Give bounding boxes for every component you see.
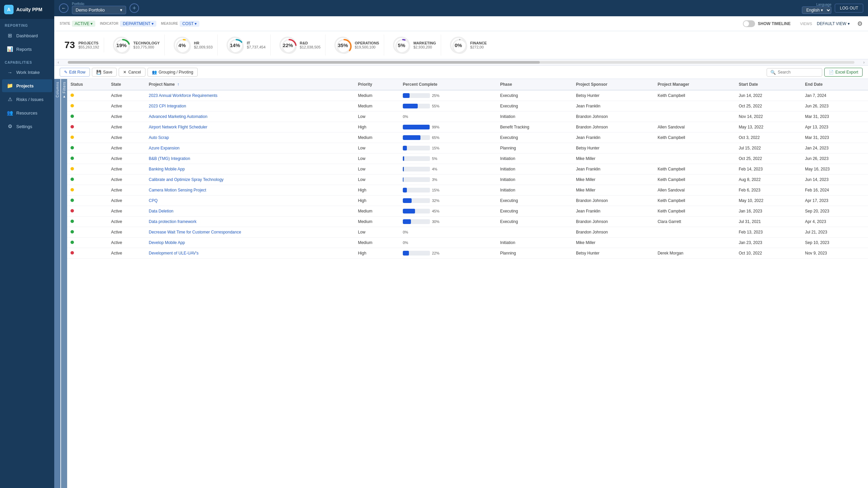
table-row[interactable]: Active CPQ High 32% Executing Brandon Jo… [67,196,868,206]
progress-bar-wrap: 55% [403,104,493,108]
progress-bar-wrap: 22% [403,251,493,256]
metric-it[interactable]: 14% IT $7,737,454 [222,35,271,56]
pct-label: 0% [403,230,408,234]
add-portfolio-button[interactable]: + [130,3,139,13]
cell-name: 2023 CPI Integration [145,101,355,111]
cell-status [67,90,108,101]
language-dropdown[interactable]: English ▾ [802,6,831,14]
cell-status [67,101,108,111]
table-row[interactable]: Active Airport Network Flight Scheduler … [67,122,868,133]
metric-technology[interactable]: 19% TECHNOLOGY $10,775,000 [108,35,165,56]
project-link[interactable]: Development of ULE-UAV's [149,251,199,256]
settings-gear-icon[interactable]: ⚙ [857,20,863,27]
progress-bar-bg [403,167,430,171]
table-row[interactable]: Active Data Deletion Medium 45% Executin… [67,206,868,217]
project-link[interactable]: Airport Network Flight Scheduler [149,125,208,129]
cell-name: Decrease Wait Time for Customer Correspo… [145,227,355,238]
sidebar-item-projects[interactable]: 📁 Projects [2,79,52,92]
table-row[interactable]: Active B&B (TMG) Integration Low 5% Init… [67,154,868,164]
dashboard-icon: ⊞ [7,33,13,39]
table-row[interactable]: Active Camera Motion Sensing Project Hig… [67,185,868,196]
metric-marketing[interactable]: 5% MARKETING $2,930,200 [388,35,441,56]
search-input[interactable] [778,70,818,75]
metric-hr[interactable]: 4% HR $2,009,933 [169,35,218,56]
sidebar-item-settings[interactable]: ⚙ Settings [2,120,52,133]
scroll-right-arrow[interactable]: › [861,60,867,65]
project-link[interactable]: 2023 CPI Integration [149,104,186,108]
pct-label: 99% [432,125,442,129]
cell-priority: Low [355,175,399,185]
cell-manager [654,143,735,154]
cell-phase: Executing [497,101,573,111]
metric-finance[interactable]: 0% FINANCE $272,00 [445,35,492,56]
edit-row-button[interactable]: ✎ Edit Row [60,68,90,77]
state-dropdown[interactable]: ACTIVE ▾ [72,21,95,27]
project-link[interactable]: Calibrate and Optimize Spray Technology [149,177,224,182]
cell-manager [654,101,735,111]
state-label: STATE [60,22,70,25]
columns-strip[interactable]: Columns [54,79,60,488]
metric-value-hr: $2,009,933 [194,45,213,49]
logout-button[interactable]: LOG OUT [835,4,863,13]
timeline-switch[interactable] [743,20,755,27]
table-row[interactable]: Active 2023 CPI Integration Medium 55% E… [67,101,868,111]
project-link[interactable]: Banking Mobile App [149,167,185,171]
department-dropdown[interactable]: DEPARTMENT ▾ [120,21,156,27]
cell-start: Oct 25, 2022 [735,101,802,111]
table-row[interactable]: Active Banking Mobile App Low 4% Initiat… [67,164,868,175]
table-row[interactable]: Active 2023 Annual Workforce Requirement… [67,90,868,101]
sidebar-item-reports[interactable]: 📊 Reports [2,43,52,56]
col-project-name[interactable]: Project Name ↑ [145,79,355,90]
scroll-left-arrow[interactable]: ‹ [56,60,61,65]
table-row[interactable]: Active Calibrate and Optimize Spray Tech… [67,175,868,185]
excel-export-button[interactable]: 📄 Excel Export [824,68,863,77]
grouping-button[interactable]: 👥 Grouping / Pivoting [147,68,198,77]
cell-priority: Low [355,164,399,175]
project-link[interactable]: B&B (TMG) Integration [149,156,190,161]
project-link[interactable]: Develop Mobile App [149,240,185,245]
metric-projects[interactable]: 73 PROJECTS $55,263,192 [60,38,104,53]
progress-bar-wrap: 65% [403,135,493,140]
project-link[interactable]: CPQ [149,198,158,203]
project-link[interactable]: Camera Motion Sensing Project [149,188,206,192]
save-button[interactable]: 💾 Save [92,68,117,77]
col-project-sponsor: Project Sponsor [573,79,654,90]
table-row[interactable]: Active Decrease Wait Time for Customer C… [67,227,868,238]
sidebar-item-resources[interactable]: 👥 Resources [2,106,52,119]
project-link[interactable]: Auto Scrap [149,135,169,140]
cost-dropdown[interactable]: COST ▾ [180,21,199,27]
cell-priority: Medium [355,90,399,101]
cell-start: Jul 15, 2022 [735,143,802,154]
metric-operations[interactable]: 35% OPERATIONS $19,500,100 [330,35,384,56]
table-row[interactable]: Active Azure Expansion Low 15% Planning … [67,143,868,154]
project-link[interactable]: Advanced Marketing Automation [149,114,208,119]
table-row[interactable]: Active Auto Scrap Medium 65% Executing J… [67,133,868,143]
grouping-icon: 👥 [152,70,157,75]
sidebar-item-dashboard[interactable]: ⊞ Dashboard [2,29,52,42]
filters-strip[interactable]: ▼ Filters [61,79,67,488]
sidebar-item-risks[interactable]: ⚠ Risks / Issues [2,93,52,106]
table-row[interactable]: Active Development of ULE-UAV's High 22%… [67,248,868,259]
project-link[interactable]: Data protection framework [149,219,197,224]
portfolio-dropdown[interactable]: Demo Portfolio ▾ [72,6,126,14]
cell-sponsor: Jean Franklin [573,133,654,143]
cancel-button[interactable]: ✕ Cancel [119,68,145,77]
cell-end: Feb 16, 2024 [802,185,868,196]
table-row[interactable]: Active Data protection framework Medium … [67,217,868,227]
project-link[interactable]: Data Deletion [149,209,174,214]
cell-sponsor: Mike Miller [573,154,654,164]
horizontal-scrollbar[interactable] [68,61,854,64]
table-row[interactable]: Active Develop Mobile App Medium 0% Init… [67,238,868,248]
views-dropdown[interactable]: DEFAULT VIEW ▾ [817,21,850,26]
cell-phase: Initiation [497,185,573,196]
project-link[interactable]: Decrease Wait Time for Customer Correspo… [149,230,241,235]
project-link[interactable]: 2023 Annual Workforce Requirements [149,93,218,98]
pct-label: 55% [432,104,442,108]
table-row[interactable]: Active Advanced Marketing Automation Low… [67,111,868,122]
metric-rd[interactable]: 22% R&D $12,038,505 [275,35,326,56]
metric-name-projects: PROJECTS [78,41,99,45]
project-link[interactable]: Azure Expansion [149,146,180,150]
back-button[interactable]: ← [59,3,68,13]
metrics-bar: 73 PROJECTS $55,263,192 19% TECHNOLOGY $… [54,31,868,59]
sidebar-item-work-intake[interactable]: → Work Intake [2,66,52,79]
